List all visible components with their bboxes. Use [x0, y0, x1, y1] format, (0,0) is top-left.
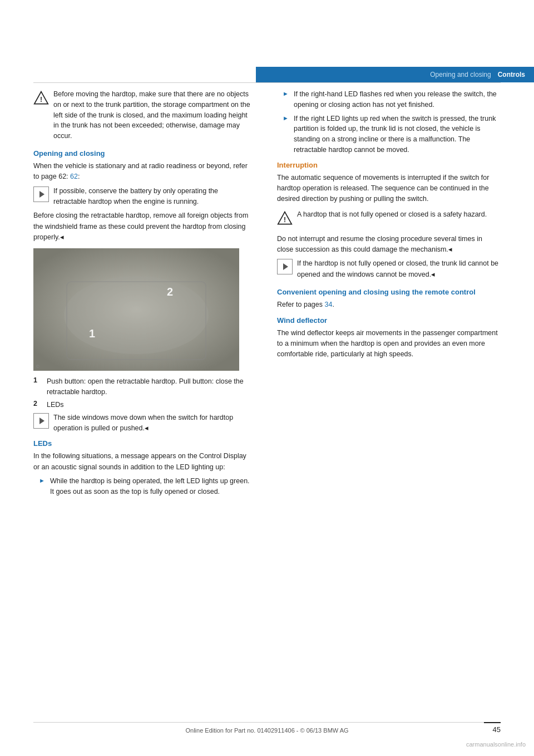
watermark: carmanualsonline.info [466, 741, 526, 748]
page-link-34[interactable]: 34 [324, 301, 332, 308]
warning-icon-1: ! [33, 90, 49, 106]
page-link-62[interactable]: 62 [70, 173, 78, 180]
bullet-item-2: ► If the right-hand LED flashes red when… [277, 89, 500, 110]
wind-deflector-text: The wind deflector keeps air movements i… [277, 328, 500, 360]
before-closing-text: Before closing the retractable hardtop, … [33, 210, 250, 243]
note-box-1: If possible, conserve the battery by onl… [33, 186, 250, 208]
top-divider [33, 82, 501, 83]
warning-text-2: A hardtop that is not fully opened or cl… [297, 209, 487, 220]
note3-text: If the hardtop is not fully opened or cl… [297, 258, 500, 280]
header-chapter: Controls [498, 71, 525, 78]
play-icon-1 [33, 186, 49, 202]
svg-point-3 [64, 276, 209, 354]
warning-text-1: Before moving the hardtop, make sure tha… [53, 89, 250, 141]
interruption-heading: Interruption [277, 161, 500, 169]
item2-text: LEDs [47, 400, 64, 410]
interruption-text: The automatic sequence of movements is i… [277, 173, 500, 205]
item-2: 2 LEDs [33, 400, 250, 410]
note-box-2: The side windows move down when the swit… [33, 413, 250, 434]
play-icon-3 [277, 259, 293, 274]
svg-text:1: 1 [89, 327, 95, 340]
do-not-interrupt-text: Do not interrupt and resume the closing … [277, 234, 500, 256]
item1-text: Push button: open the retractable hardto… [47, 376, 250, 397]
bullet-arrow-2: ► [283, 90, 289, 97]
warning-icon-2: ! [277, 210, 293, 226]
leds-intro: In the following situations, a message a… [33, 451, 250, 473]
image-inner: 1 2 © [33, 248, 239, 371]
page-number: 45 [484, 722, 501, 734]
svg-text:!: ! [284, 216, 286, 224]
note1-text: If possible, conserve the battery by onl… [53, 186, 250, 208]
bullet-text-1: While the hardtop is being operated, the… [50, 476, 250, 497]
opening-closing-heading: Opening and closing [33, 149, 250, 158]
convenient-text: Refer to pages 34. [277, 300, 500, 310]
note-box-3: If the hardtop is not fully opened or cl… [277, 258, 500, 280]
warning-box-2: ! A hardtop that is not fully opened or … [277, 209, 500, 226]
note2-text: The side windows move down when the swit… [53, 413, 250, 434]
bullet-text-2: If the right-hand LED flashes red when y… [294, 89, 500, 110]
svg-text:©: © [36, 364, 39, 369]
footer: Online Edition for Part no. 01402911406 … [33, 722, 501, 734]
wind-deflector-heading: Wind deflector [277, 316, 500, 325]
bullet-item-3: ► If the right LED lights up red when th… [277, 114, 500, 155]
convenient-heading: Convenient opening and closing using the… [277, 288, 500, 296]
bullet-item-1: ► While the hardtop is being operated, t… [33, 476, 250, 497]
hardtop-image: 1 2 © [33, 248, 239, 371]
svg-text:!: ! [40, 96, 42, 104]
bullet-arrow-3: ► [283, 115, 289, 121]
header-bar: Opening and closing Controls [256, 67, 534, 82]
header-section: Opening and closing [430, 71, 491, 78]
item-1: 1 Push button: open the retractable hard… [33, 376, 250, 397]
warning-box-1: ! Before moving the hardtop, make sure t… [33, 89, 250, 141]
left-column: ! Before moving the hardtop, make sure t… [33, 89, 250, 500]
opening-closing-intro: When the vehicle is stationary and at ra… [33, 161, 250, 183]
bullet-text-3: If the right LED lights up red when the … [294, 114, 500, 155]
item1-label: 1 [33, 376, 43, 397]
footer-text: Online Edition for Part no. 01402911406 … [185, 727, 348, 734]
bullet-arrow-1: ► [39, 477, 46, 484]
item2-label: 2 [33, 400, 43, 410]
right-column: ► If the right-hand LED flashes red when… [277, 89, 500, 364]
svg-text:2: 2 [167, 286, 173, 298]
play-icon-2 [33, 413, 49, 429]
leds-heading: LEDs [33, 439, 250, 448]
page-container: Opening and closing Controls ! Before mo… [0, 0, 534, 756]
